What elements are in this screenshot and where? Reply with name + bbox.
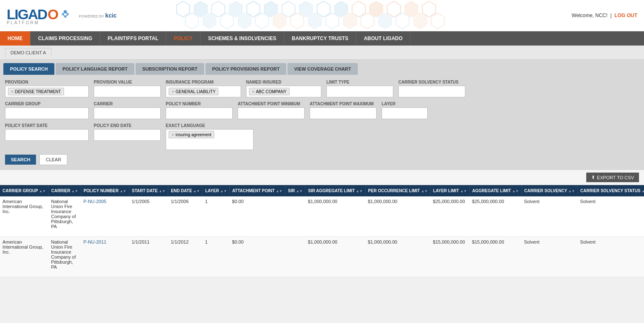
provision-input[interactable]: × DEFENSE TREATMENT [5,86,89,97]
nav-item-bankruptcy[interactable]: BANKRUPTCY TRUSTS [284,31,356,46]
policy-number-input[interactable] [166,107,233,119]
attachment-min-group: ATTACHMENT POINT MINIMUM [238,102,305,119]
nav-item-policy[interactable]: POLICY [166,31,200,46]
form-row-1: PROVISION × DEFENSE TREATMENT PROVISION … [5,80,639,97]
col-carrier-solvency-status[interactable]: CARRIER SOLVENCY STATUS ▲▼ [577,185,644,196]
upload-icon: ⬆ [591,175,595,180]
policy-number-label: POLICY NUMBER [166,102,233,106]
table-row: American International Group, Inc. Natio… [0,237,644,277]
nav-item-schemes[interactable]: SCHEMES & INSOLVENCIES [200,31,284,46]
cell-sir [285,196,305,237]
provision-value-label: PROVISION VALUE [94,80,161,84]
cell-per-occurrence: $1,000,000.00 [365,196,431,237]
nav-item-plaintiffs[interactable]: PLAINTIFFS PORTAL [100,31,166,46]
col-per-occurrence[interactable]: PER OCCURRENCE LIMIT ▲▼ [365,185,431,196]
search-button[interactable]: SEARCH [5,155,36,165]
provision-tag: × DEFENSE TREATMENT [8,88,64,95]
cell-aggregate: $15,000,000.00 [470,237,521,277]
cell-start-date: 1/1/2005 [129,196,168,237]
col-carrier-solvency[interactable]: CARRIER SOLVENCY ▲▼ [521,185,577,196]
attachment-max-input[interactable] [310,107,377,119]
svg-marker-10 [211,1,224,17]
col-policy-number[interactable]: POLICY NUMBER ▲▼ [81,185,129,196]
logo-platform: PLATFORM [7,20,71,25]
policy-start-input[interactable] [5,129,89,141]
svg-marker-26 [238,13,251,29]
svg-marker-23 [185,13,198,29]
cell-sir-aggregate: $1,000,000.00 [305,196,365,237]
export-row: ⬆ EXPORT TO CSV [0,170,644,185]
col-aggregate-limit[interactable]: AGGREGATE LIMIT ▲▼ [470,185,521,196]
carrier-label: CARRIER [94,102,161,106]
powered-by-label: POWERED BY [79,14,105,18]
tab-policy-language[interactable]: POLICY LANGUAGE REPORT [56,63,134,75]
cell-attachment: $0.00 [230,237,285,277]
carrier-group2: CARRIER [94,102,161,119]
col-start-date[interactable]: START DATE ▲▼ [129,185,168,196]
svg-marker-29 [290,13,303,29]
cell-per-occurrence: $1,000,000.00 [365,237,431,277]
carrier-group-input[interactable] [5,107,89,119]
policy-number-group: POLICY NUMBER [166,102,233,119]
insurance-program-label: INSURANCE PROGRAM [166,80,241,84]
named-insured-tag-remove[interactable]: × [252,89,254,94]
attachment-max-group: ATTACHMENT POINT MAXIMUM [310,102,377,119]
carrier-solvency-group: CARRIER SOLVENCY STATUS [398,80,465,97]
exact-language-group: EXACT LANGUAGE × insuring agreement [166,123,254,150]
provision-label: PROVISION [5,80,89,84]
limit-type-label: LIMIT TYPE [326,80,393,84]
nav-item-home[interactable]: HOME [0,31,31,46]
tab-subscription[interactable]: SUBSCRIPTION REPORT [136,63,204,75]
cell-sir [285,237,305,277]
tab-policy-search[interactable]: POLICY SEARCH [3,63,54,75]
limit-type-input[interactable] [326,86,393,97]
client-tab[interactable]: DEMO CLIENT A [5,48,51,57]
main-nav: HOME CLAIMS PROCESSING PLAINTIFFS PORTAL… [0,31,644,46]
carrier-input[interactable] [94,107,161,119]
attachment-min-input[interactable] [238,107,305,119]
col-carrier[interactable]: CARRIER ▲▼ [49,185,81,196]
layer-input[interactable] [382,107,428,119]
exact-language-input[interactable]: × insuring agreement [166,129,254,150]
exact-language-tag-remove[interactable]: × [172,132,174,137]
carrier-solvency-input[interactable] [398,86,465,97]
col-layer[interactable]: LAYER ▲▼ [203,185,230,196]
col-end-date[interactable]: END DATE ▲▼ [168,185,203,196]
nav-item-claims[interactable]: CLAIMS PROCESSING [31,31,100,46]
policy-end-input[interactable] [94,129,161,141]
named-insured-input[interactable]: × ABC COMPANY [246,86,321,97]
col-layer-limit[interactable]: LAYER LIMIT ▲▼ [431,185,470,196]
carrier-group-group: CARRIER GROUP [5,102,89,119]
provision-value-input[interactable] [94,86,161,97]
col-sir-aggregate[interactable]: SIR AGGREGATE LIMIT ▲▼ [305,185,365,196]
nav-item-about[interactable]: ABOUT LIGADO [356,31,411,46]
policy-link[interactable]: P-NU-2011 [83,239,106,244]
cell-carrier-solvency-status: Solvent [577,196,644,237]
col-carrier-group[interactable]: CARRIER GROUP ▲▼ [0,185,49,196]
svg-marker-32 [343,13,356,29]
export-csv-button[interactable]: ⬆ EXPORT TO CSV [586,173,639,182]
carrier-group-label: CARRIER GROUP [5,102,89,106]
attachment-max-label: ATTACHMENT POINT MAXIMUM [310,102,377,106]
svg-marker-9 [194,1,207,17]
svg-marker-22 [422,1,435,17]
cell-layer: 1 [203,196,230,237]
insurance-program-tag-remove[interactable]: × [172,89,174,94]
svg-marker-12 [246,1,259,17]
clear-button[interactable]: CLEAR [39,154,67,165]
policy-link[interactable]: P-NU-2005 [83,199,106,204]
svg-marker-21 [405,1,418,17]
insurance-program-input[interactable]: × GENERAL LIABILITY [166,86,241,97]
tab-coverage-chart[interactable]: VIEW COVERAGE CHART [287,63,358,75]
col-attachment-point[interactable]: ATTACHMENT POINT ▲▼ [230,185,285,196]
cell-end-date: 1/1/2012 [168,237,203,277]
cell-aggregate: $25,000,000.00 [470,196,521,237]
form-row-2: CARRIER GROUP CARRIER POLICY NUMBER ATTA… [5,102,639,119]
col-sir[interactable]: SIR ▲▼ [285,185,305,196]
tab-policy-provisions[interactable]: POLICY PROVISIONS REPORT [205,63,286,75]
svg-marker-25 [220,13,233,29]
logo-text: LIGAD [7,6,47,23]
provision-tag-remove[interactable]: × [11,89,13,94]
layer-label: LAYER [382,102,428,106]
logout-link[interactable]: LOG OUT [614,13,637,18]
